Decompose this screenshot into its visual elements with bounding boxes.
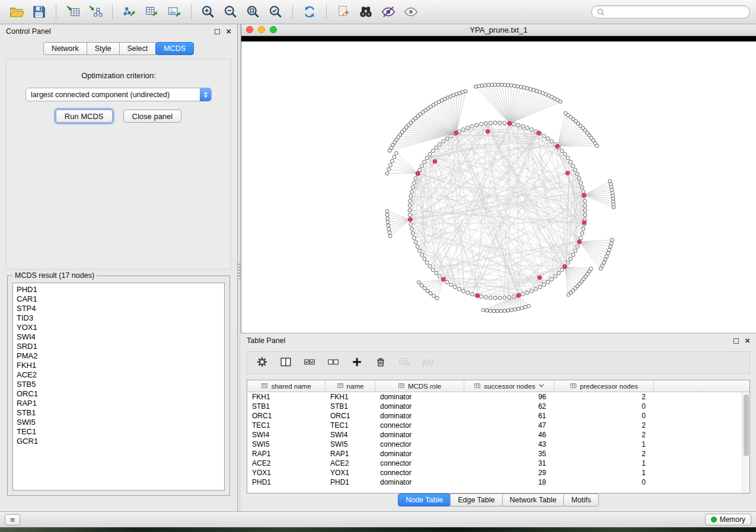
show-panels-button[interactable]: ≡ [5,514,20,525]
show-eye-button[interactable] [400,2,422,22]
mcds-result-item[interactable]: GCR1 [13,437,224,446]
table-row[interactable]: YOX1YOX1connector291 [247,468,749,477]
tab-network[interactable]: Network [43,42,87,55]
mcds-hub-node[interactable] [538,275,542,280]
mcds-result-item[interactable]: SWI4 [13,332,224,342]
zoom-in-button[interactable] [197,2,219,22]
column-header-mcds-role[interactable]: MCDS role [375,380,464,392]
mcds-result-item[interactable]: RAP1 [13,399,224,408]
network-graph[interactable] [241,41,756,332]
tab-style[interactable]: Style [87,42,120,55]
window-minimize-button[interactable] [258,26,265,33]
zoom-selected-button[interactable] [265,2,286,22]
mcds-hub-node[interactable] [508,121,512,126]
deselect-all-button[interactable] [323,353,343,372]
table-row[interactable]: TEC1TEC1connector472 [247,421,749,430]
tab-mcds[interactable]: MCDS [155,42,194,55]
table-row[interactable]: FKH1FKH1dominator962 [247,392,749,402]
mcds-hub-node[interactable] [486,130,490,134]
binoculars-button[interactable] [355,2,377,22]
mcds-result-list[interactable]: PHD1CAR1STP4TID3YOX1SWI4SRD1PMA2FKH1ACE2… [12,283,225,491]
search-box[interactable] [591,5,750,18]
table-row[interactable]: PHD1PHD1dominator180 [247,477,749,487]
gear-button[interactable] [252,353,272,372]
mcds-result-item[interactable]: ORC1 [13,389,224,399]
mcds-hub-node[interactable] [556,144,560,148]
mcds-hub-node[interactable] [416,171,420,175]
float-icon[interactable] [215,29,220,34]
network-titlebar[interactable]: YPA_prune.txt_1 [241,24,756,36]
float-icon[interactable] [733,338,739,344]
run-mcds-button[interactable]: Run MCDS [56,110,113,123]
mcds-result-item[interactable]: PMA2 [13,351,224,361]
mcds-result-item[interactable]: PHD1 [13,285,224,294]
mcds-result-item[interactable]: SRD1 [13,342,224,351]
table-row[interactable]: ORC1ORC1dominator610 [247,411,749,421]
table-row[interactable]: SWI4SWI4dominator462 [247,430,749,440]
mcds-hub-node[interactable] [537,131,541,135]
window-zoom-button[interactable] [270,26,277,33]
zoom-out-button[interactable] [220,2,241,22]
memory-button[interactable]: Memory [705,514,751,525]
mcds-result-item[interactable]: YOX1 [13,323,224,332]
import-network-button[interactable] [85,2,106,22]
table-row[interactable]: SWI5SWI5connector431 [247,440,749,449]
add-row-button[interactable] [347,353,367,372]
mcds-result-item[interactable]: CAR1 [13,294,224,304]
mcds-result-item[interactable]: STB5 [13,380,224,389]
table-row[interactable]: ACE2ACE2connector311 [247,459,749,468]
mcds-hub-node[interactable] [563,265,567,269]
close-icon[interactable]: × [745,338,750,344]
mcds-result-item[interactable]: ACE2 [13,370,224,380]
column-header-shared-name[interactable]: shared name [247,380,326,392]
split-view-button[interactable] [276,353,296,372]
mcds-result-item[interactable]: TID3 [13,313,224,323]
export-table-button[interactable] [141,2,162,22]
import-table-button[interactable] [62,2,84,22]
optimization-criterion-select[interactable]: largest connected component (undirected) [25,88,212,101]
mcds-result-item[interactable]: STP4 [13,304,224,313]
mcds-result-item[interactable]: TEC1 [13,427,224,437]
hide-eye-button[interactable] [378,2,399,22]
mcds-result-item[interactable]: STB1 [13,408,224,418]
column-header-predecessor-nodes[interactable]: predecessor nodes [554,380,654,392]
export-network-button[interactable] [119,2,140,22]
combo-stepper-icon[interactable] [200,88,211,101]
mcds-hub-node[interactable] [408,217,412,222]
mcds-hub-node[interactable] [454,131,458,135]
zoom-fit-button[interactable] [243,2,264,22]
column-header-successor-nodes[interactable]: successor nodes [464,380,554,392]
scrollbar-thumb[interactable] [744,395,749,456]
mcds-hub-node[interactable] [433,159,437,164]
table-row[interactable]: RAP1RAP1dominator352 [247,449,749,459]
table-row[interactable]: STB1STB1dominator620 [247,402,749,411]
network-canvas[interactable] [241,41,756,332]
mcds-hub-node[interactable] [578,240,582,244]
close-panel-button[interactable]: Close panel [123,110,182,123]
refresh-button[interactable] [299,2,320,22]
mcds-result-item[interactable]: FKH1 [13,361,224,370]
table-scrollbar[interactable] [742,392,749,493]
select-all-button[interactable] [299,353,320,372]
column-header-name[interactable]: name [326,380,375,392]
mcds-hub-node[interactable] [476,294,480,298]
export-image-button[interactable] [164,2,185,22]
save-button[interactable] [28,2,50,22]
mcds-hub-node[interactable] [566,171,570,175]
mcds-hub-node[interactable] [442,277,446,281]
mcds-hub-node[interactable] [582,193,586,197]
close-icon[interactable]: × [226,28,231,34]
share-document-button[interactable] [333,2,354,22]
open-file-button[interactable] [6,2,27,22]
tab-motifs[interactable]: Motifs [563,493,598,507]
column-menu-icon[interactable] [538,383,544,390]
mcds-result-item[interactable]: SWI5 [13,418,224,427]
window-close-button[interactable] [246,26,253,33]
tab-node-table[interactable]: Node Table [398,493,451,507]
mcds-hub-node[interactable] [582,220,586,225]
tab-edge-table[interactable]: Edge Table [450,493,502,507]
tab-network-table[interactable]: Network Table [502,493,564,507]
tab-select[interactable]: Select [119,42,157,55]
delete-row-button[interactable] [371,353,391,372]
mcds-hub-node[interactable] [516,293,521,297]
